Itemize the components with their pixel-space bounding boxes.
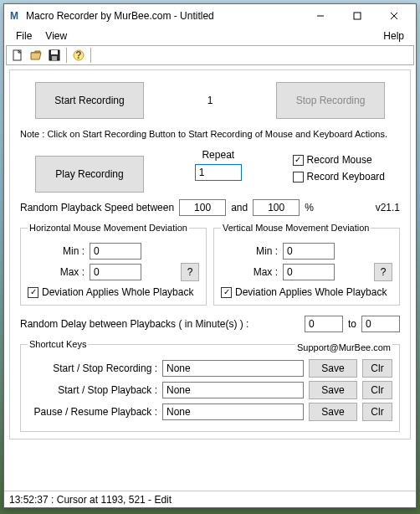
checkbox-empty-icon (293, 172, 304, 182)
hdev-min-input[interactable] (90, 243, 141, 260)
hdev-help-button[interactable]: ? (181, 263, 199, 281)
speed-max-input[interactable] (253, 199, 300, 216)
menubar: File View Help (4, 28, 416, 44)
support-link[interactable]: Support@MurBee.com (295, 342, 392, 352)
hdev-legend: Horizontal Mouse Movement Deviation (28, 223, 189, 233)
open-icon[interactable] (28, 47, 44, 64)
toolbar-separator (90, 48, 91, 63)
play-recording-button[interactable]: Play Recording (35, 156, 144, 193)
menu-file[interactable]: File (9, 28, 38, 44)
close-button[interactable] (376, 5, 412, 27)
shortcut-clear-button[interactable]: Clr (362, 359, 392, 378)
repeat-label: Repeat (202, 149, 234, 161)
hdev-max-label: Max : (51, 266, 85, 278)
shortcut-row: Start / Stop Recording :SaveClr (28, 359, 392, 378)
checkmark-icon: ✓ (221, 287, 232, 298)
statusbar: 13:52:37 : Cursor at 1193, 521 - Edit (4, 491, 416, 507)
svg-rect-6 (51, 50, 58, 54)
repeat-input[interactable] (195, 164, 242, 181)
vertical-deviation-group: Vertical Mouse Movement Deviation Min : … (213, 223, 400, 306)
speed-min-input[interactable] (179, 199, 226, 216)
record-keyboard-checkbox[interactable]: Record Keyboard (293, 171, 385, 182)
record-mouse-checkbox[interactable]: ✓ Record Mouse (293, 154, 385, 166)
svg-rect-7 (52, 56, 57, 60)
checkmark-icon: ✓ (28, 287, 38, 298)
window-controls (302, 5, 412, 27)
toolbar: ? (6, 45, 414, 65)
shortcut-input[interactable] (162, 360, 304, 377)
shortcut-clear-button[interactable]: Clr (362, 381, 392, 399)
main-panel: Start Recording 1 Stop Recording Note : … (9, 69, 411, 439)
vdev-chk-label: Deviation Applies Whole Playback (235, 286, 387, 298)
note-text: Note : Click on Start Recording Button t… (20, 126, 400, 142)
svg-text:?: ? (75, 49, 81, 61)
save-icon[interactable] (46, 47, 63, 64)
maximize-button[interactable] (339, 5, 376, 27)
minimize-button[interactable] (302, 5, 339, 27)
shortcuts-legend: Shortcut Keys (28, 339, 88, 349)
hdev-whole-checkbox[interactable]: ✓ Deviation Applies Whole Playback (28, 286, 199, 298)
speed-label: Random Playback Speed between (20, 202, 174, 213)
record-mouse-label: Record Mouse (307, 154, 372, 166)
shortcut-save-button[interactable]: Save (309, 403, 357, 421)
window-title: Macro Recorder by MurBee.com - Untitled (26, 10, 302, 22)
vdev-min-input[interactable] (283, 243, 335, 260)
shortcut-label: Pause / Resume Playback : (28, 406, 157, 418)
shortcut-row: Pause / Resume Playback :SaveClr (28, 403, 392, 421)
record-keyboard-label: Record Keyboard (307, 171, 385, 182)
vdev-legend: Vertical Mouse Movement Deviation (221, 223, 371, 233)
vdev-max-input[interactable] (283, 264, 335, 280)
shortcut-save-button[interactable]: Save (309, 381, 357, 399)
shortcut-input[interactable] (162, 403, 304, 420)
vdev-min-label: Min : (244, 245, 278, 257)
delay-label: Random Delay between Playbacks ( in Minu… (20, 318, 248, 330)
delay-to-label: to (348, 318, 356, 330)
shortcut-label: Start / Stop Recording : (28, 362, 157, 374)
hdev-min-label: Min : (51, 245, 85, 257)
shortcut-input[interactable] (162, 382, 304, 398)
delay-from-input[interactable] (305, 316, 343, 332)
shortcut-keys-group: Shortcut Keys Support@MurBee.com Start /… (20, 339, 400, 432)
help-icon[interactable]: ? (70, 47, 87, 64)
checkmark-icon: ✓ (293, 155, 304, 166)
shortcut-row: Start / Stop Playback :SaveClr (28, 381, 392, 399)
menu-help[interactable]: Help (376, 28, 411, 44)
vdev-whole-checkbox[interactable]: ✓ Deviation Applies Whole Playback (221, 286, 392, 298)
vdev-help-button[interactable]: ? (374, 263, 392, 281)
content-area: Start Recording 1 Stop Recording Note : … (4, 66, 416, 491)
delay-to-input[interactable] (361, 316, 400, 332)
titlebar: M Macro Recorder by MurBee.com - Untitle… (4, 4, 416, 28)
toolbar-separator (66, 48, 67, 63)
horizontal-deviation-group: Horizontal Mouse Movement Deviation Min … (20, 223, 207, 306)
menu-view[interactable]: View (38, 28, 74, 44)
svg-rect-1 (354, 13, 361, 19)
new-icon[interactable] (9, 47, 26, 64)
start-recording-button[interactable]: Start Recording (35, 82, 144, 119)
percent-label: % (305, 202, 314, 213)
stop-recording-button[interactable]: Stop Recording (276, 82, 385, 119)
status-text: 13:52:37 : Cursor at 1193, 521 - Edit (9, 494, 172, 506)
vdev-max-label: Max : (244, 266, 278, 278)
app-window: M Macro Recorder by MurBee.com - Untitle… (3, 3, 417, 508)
hdev-chk-label: Deviation Applies Whole Playback (42, 286, 193, 298)
shortcut-label: Start / Stop Playback : (28, 384, 157, 396)
shortcut-clear-button[interactable]: Clr (362, 403, 392, 421)
and-label: and (231, 202, 248, 213)
app-icon: M (8, 9, 21, 23)
hdev-max-input[interactable] (90, 264, 141, 280)
shortcut-rows: Start / Stop Recording :SaveClrStart / S… (28, 359, 392, 421)
shortcut-save-button[interactable]: Save (309, 359, 357, 378)
counter-label: 1 (193, 95, 227, 106)
version-label: v21.1 (376, 202, 400, 213)
